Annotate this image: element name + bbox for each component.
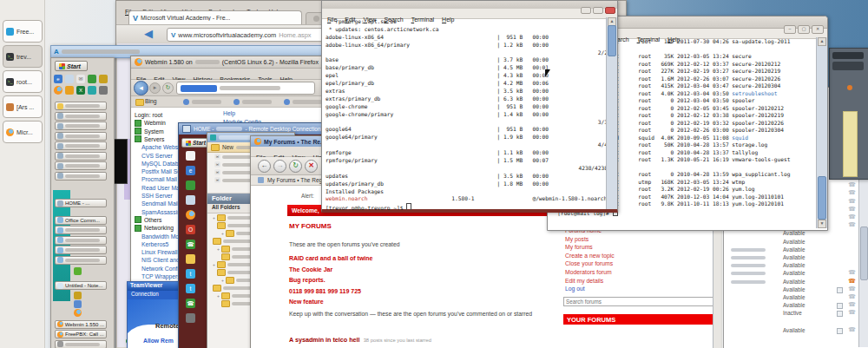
forum-nav-link[interactable]: Edit my details	[565, 278, 713, 284]
taskbar-button-13[interactable]	[55, 256, 107, 265]
twitter-icon[interactable]: t	[186, 269, 195, 279]
taskbar-button-4[interactable]	[55, 141, 107, 150]
twitter-icon[interactable]: t	[186, 284, 195, 293]
calc-icon[interactable]	[65, 86, 74, 95]
phone-icon[interactable]: ☎	[848, 301, 856, 308]
maximize-icon[interactable]: ▢	[798, 25, 810, 34]
doc-icon[interactable]	[186, 151, 195, 161]
grid-icon[interactable]	[74, 292, 82, 299]
phone-icon[interactable]: ☎	[848, 278, 856, 285]
webmin-sidebar-item[interactable]: TCP Wrappers	[141, 272, 181, 280]
webmin-sidebar-item[interactable]: Linux Firewall	[141, 248, 178, 256]
tab-virtual-academy[interactable]: V Microsoft Virtual Academy - Fre...	[128, 10, 302, 24]
bookmark-blur[interactable]	[293, 100, 322, 104]
taskbar-button-7[interactable]	[55, 172, 107, 181]
taskbar-button-19[interactable]: Webmin 1.550 ...	[55, 320, 107, 329]
forum-link[interactable]: New feature	[289, 299, 515, 305]
phone-icon[interactable]: ☎	[848, 221, 856, 228]
taskbar-button-1[interactable]	[55, 112, 107, 121]
central-terminal-scrollbar[interactable]: ▲	[606, 17, 617, 209]
reload-button[interactable]: ↻	[162, 82, 174, 94]
terminal-prompt[interactable]: [trevor.p@ho-trevorp ~]$	[326, 203, 608, 210]
scroll-thumb[interactable]	[608, 25, 616, 56]
expander-icon[interactable]: +	[217, 293, 220, 299]
taskbar-button-15[interactable]: Untitled - Note...	[55, 281, 107, 290]
scroll-down-icon[interactable]: ▼	[818, 220, 826, 228]
back-button[interactable]: ←	[258, 160, 271, 173]
window-icon[interactable]	[186, 195, 195, 205]
taskbar-button-10[interactable]	[55, 226, 107, 234]
reload-button[interactable]: ↻	[289, 160, 302, 173]
ie-icon[interactable]: e	[54, 75, 62, 83]
record-icon[interactable]	[837, 287, 843, 293]
start-button[interactable]: Start	[55, 61, 88, 71]
forum-nav-link[interactable]: My posts	[565, 236, 713, 242]
phone-icon[interactable]: ☎	[186, 299, 195, 308]
phone-icon[interactable]: ☎	[848, 198, 856, 205]
back-icon[interactable]: ◀	[144, 27, 153, 40]
window-icon[interactable]	[65, 75, 74, 83]
record-icon[interactable]	[837, 328, 843, 334]
taskbar-button-5[interactable]	[55, 152, 107, 161]
scroll-thumb[interactable]	[818, 176, 826, 220]
webmin-sidebar-item[interactable]: Read User Mail	[141, 184, 182, 192]
minimize-icon[interactable]	[581, 7, 591, 14]
folder-icon[interactable]	[186, 254, 195, 264]
forum-link[interactable]: RAID card and a ball of twine	[289, 255, 515, 261]
phone-icon[interactable]: ☎	[848, 309, 856, 316]
phone-icon[interactable]: ☎	[848, 286, 856, 292]
expander-icon[interactable]: +	[217, 246, 220, 252]
teamviewer-allow-link[interactable]: Allow Rem	[143, 338, 174, 344]
webmin-url-bar[interactable]	[176, 82, 315, 95]
right-terminal-scrollbar[interactable]: ▲ ▼	[816, 37, 827, 228]
taskbar-button-21[interactable]	[55, 340, 107, 348]
phone-icon[interactable]: ☎	[186, 240, 195, 249]
globe-icon[interactable]	[74, 300, 82, 308]
webmin-sidebar-item[interactable]: CVS Server	[141, 152, 173, 160]
back-button[interactable]: ◂	[134, 81, 148, 95]
taskbar-button-20[interactable]: FreePBX: Call ...	[55, 330, 107, 338]
bookmark-blur[interactable]	[242, 100, 272, 104]
forum-nav-link[interactable]: Log out	[565, 286, 713, 292]
toolbar-new-label[interactable]: New	[222, 144, 233, 150]
taskbar-button-3[interactable]	[55, 132, 107, 141]
expander-icon[interactable]: +	[221, 231, 224, 236]
firefox-icon[interactable]	[74, 309, 82, 317]
sidebar-tab-1[interactable]: >_trev...	[3, 45, 43, 68]
phone-icon[interactable]: ☎	[848, 213, 856, 220]
grid-icon[interactable]	[99, 75, 108, 83]
excel-icon[interactable]: X	[76, 86, 85, 95]
leaf-icon[interactable]	[74, 267, 82, 275]
taskbar-button-0[interactable]	[55, 102, 107, 110]
close-icon[interactable]: ✕	[812, 25, 824, 34]
phone-icon[interactable]: ☎	[848, 326, 856, 333]
sidebar-tab-2[interactable]: >_root...	[3, 70, 43, 93]
opera-icon[interactable]: O	[186, 225, 195, 234]
pbx-scroll-thumb[interactable]	[860, 227, 868, 280]
teal-app-icon[interactable]	[88, 86, 96, 95]
media-icon[interactable]	[99, 86, 108, 95]
phone-icon[interactable]: ☎	[848, 206, 856, 213]
mail-icon[interactable]: ✉	[76, 75, 85, 83]
media-icon[interactable]	[186, 313, 195, 323]
webmin-sidebar-item[interactable]: SSH Server	[141, 192, 173, 200]
firefox-icon[interactable]	[54, 86, 62, 95]
phone-icon[interactable]: ☎	[848, 189, 856, 196]
forum-link[interactable]: 0118 999 881 999 119 725	[289, 288, 515, 294]
scroll-up-icon[interactable]: ▲	[818, 37, 826, 46]
webmin-sidebar-item[interactable]: Kerberos5	[141, 240, 168, 248]
forum-nav-link[interactable]: Create a new topic	[565, 253, 713, 259]
forward-button[interactable]: ▸	[149, 82, 161, 94]
forum-nav-link[interactable]: Close your forums	[565, 260, 713, 266]
taskbar-button-12[interactable]	[55, 246, 107, 254]
taskbar-button-2[interactable]	[55, 121, 107, 130]
taskbar-button-8[interactable]: HOME - ...	[55, 199, 107, 207]
phone-icon[interactable]: ☎	[848, 181, 856, 188]
sidebar-tab-0[interactable]: Free...	[3, 20, 43, 43]
search-forums-input[interactable]	[563, 297, 714, 306]
webmin-sidebar-item[interactable]: System	[135, 128, 164, 135]
sidebar-tab-3[interactable]: [Ars ...	[3, 95, 43, 118]
phone-icon[interactable]: ☎	[848, 293, 856, 300]
minimize-icon[interactable]: –	[784, 25, 796, 34]
phone-icon[interactable]: ☎	[848, 269, 856, 276]
